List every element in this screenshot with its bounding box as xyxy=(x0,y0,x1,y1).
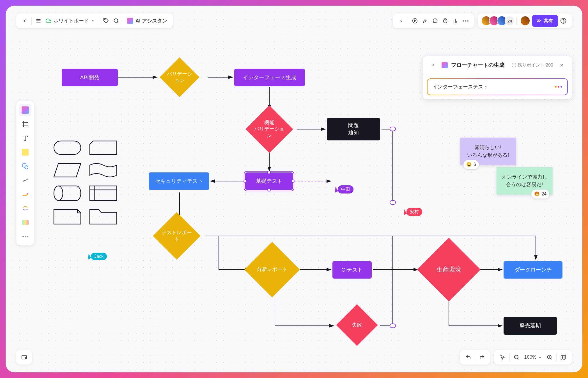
confetti-button[interactable] xyxy=(420,16,430,26)
tool-connector[interactable] xyxy=(19,174,31,186)
avatar-overflow-count: 24 xyxy=(505,16,515,26)
svg-point-21 xyxy=(514,64,514,65)
pen-icon xyxy=(22,191,29,198)
pointer-button[interactable] xyxy=(498,352,508,362)
ai-logo-icon xyxy=(442,62,448,68)
svg-rect-48 xyxy=(23,164,26,167)
shape-card[interactable] xyxy=(89,140,117,155)
ai-back-button[interactable] xyxy=(428,60,438,70)
sticky-note-2-line1: オンラインで協力し xyxy=(501,173,548,181)
card-icon xyxy=(22,220,29,225)
tag-button[interactable] xyxy=(101,16,111,26)
shape-parallelogram[interactable] xyxy=(53,163,81,177)
shape-note[interactable] xyxy=(53,209,81,225)
board-name-dropdown[interactable]: ホワイトボード xyxy=(43,17,97,24)
node-test-report[interactable]: テストレポート xyxy=(153,212,201,260)
node-api-dev[interactable]: API開発 xyxy=(62,69,118,86)
ai-panel-title: フローチャートの生成 xyxy=(451,62,508,69)
laugh-emoji: 😆 xyxy=(466,161,472,168)
shape-wave[interactable] xyxy=(89,163,117,177)
shape-terminator[interactable] xyxy=(53,140,81,155)
node-ci-test[interactable]: CIテスト xyxy=(332,261,372,279)
timer-button[interactable] xyxy=(440,16,450,26)
menu-button[interactable] xyxy=(33,16,43,26)
resize-handle-bottom[interactable] xyxy=(267,188,271,192)
tool-templates[interactable] xyxy=(19,104,31,116)
undo-button[interactable] xyxy=(463,352,473,362)
svg-line-57 xyxy=(551,358,552,359)
tool-pen[interactable] xyxy=(19,188,31,201)
board-name-label: ホワイトボード xyxy=(54,17,89,24)
ai-logo-icon xyxy=(127,18,133,24)
reaction-1-count: 6 xyxy=(474,161,476,168)
tool-more[interactable] xyxy=(19,230,31,243)
shape-internal-storage[interactable] xyxy=(89,185,117,201)
resize-handle-right[interactable] xyxy=(291,179,295,183)
left-toolbar xyxy=(16,101,34,245)
node-prod-env[interactable]: 生産環境 xyxy=(417,238,481,301)
svg-line-32 xyxy=(426,19,426,19)
node-release-delay[interactable]: 発売延期 xyxy=(504,317,557,335)
tool-sticky[interactable] xyxy=(19,146,31,158)
tool-mindmap[interactable] xyxy=(19,202,31,215)
sticky-note-1[interactable]: 素晴らしい! いろんな形がある! 😆 6 xyxy=(460,138,516,165)
more-icon xyxy=(22,236,28,237)
zoom-out-button[interactable] xyxy=(511,352,522,362)
avatar-group[interactable]: 24 xyxy=(481,16,515,26)
back-button[interactable] xyxy=(20,16,30,26)
chevron-down-icon xyxy=(91,19,95,23)
comment-button[interactable] xyxy=(430,16,440,26)
node-failure[interactable]: 失敗 xyxy=(336,304,378,346)
zoom-in-button[interactable] xyxy=(545,352,555,362)
share-button[interactable]: 共有 xyxy=(532,15,558,27)
chevron-left-button[interactable] xyxy=(396,16,406,26)
cursor-nakata: 中田 xyxy=(334,185,353,193)
shape-folder[interactable] xyxy=(89,209,117,225)
node-basic-test[interactable]: 基礎テスト xyxy=(245,172,293,190)
avatar-self[interactable] xyxy=(520,16,530,26)
node-security-test[interactable]: セキュリティテスト xyxy=(149,172,209,190)
minimap-button[interactable] xyxy=(558,352,568,362)
ai-assistant-button[interactable]: AI アシスタン xyxy=(125,17,169,24)
svg-line-29 xyxy=(117,22,118,23)
svg-point-50 xyxy=(27,193,28,194)
play-button[interactable] xyxy=(410,16,420,26)
resize-handle-left[interactable] xyxy=(244,179,247,183)
reaction-1[interactable]: 😆 6 xyxy=(463,160,479,169)
search-button[interactable] xyxy=(111,16,121,26)
ai-prompt-value: インターフェーステスト xyxy=(433,83,488,90)
node-func-validation[interactable]: 機能 バリデーション xyxy=(245,105,293,153)
svg-point-28 xyxy=(114,19,118,22)
svg-point-15 xyxy=(54,186,63,201)
reaction-2[interactable]: 🤩 24 xyxy=(531,190,549,199)
svg-point-27 xyxy=(105,19,105,20)
tool-card[interactable] xyxy=(19,216,31,229)
svg-rect-16 xyxy=(90,186,117,201)
node-interface-gen[interactable]: インターフェース生成 xyxy=(234,69,305,86)
help-button[interactable] xyxy=(558,16,568,26)
node-func-validation-label: 機能 バリデーション xyxy=(252,119,286,139)
ai-prompt-input[interactable]: インターフェーステスト xyxy=(427,78,568,95)
ai-loading-icon xyxy=(555,86,562,88)
ai-close-button[interactable] xyxy=(557,60,567,70)
star-eyes-emoji: 🤩 xyxy=(534,191,540,197)
sticky-icon xyxy=(22,149,29,156)
node-validation[interactable]: バリデーション xyxy=(160,57,199,97)
shape-cylinder[interactable] xyxy=(53,185,81,201)
ai-points-hint: 残りポイント:200 xyxy=(511,62,553,68)
tool-frame[interactable] xyxy=(19,118,31,130)
poll-button[interactable] xyxy=(450,16,460,26)
resize-handle-top[interactable] xyxy=(267,171,271,174)
tool-shape[interactable] xyxy=(19,160,31,172)
node-analysis-report[interactable]: 分析レポート xyxy=(244,242,300,297)
zoom-level-dropdown[interactable]: 100% xyxy=(523,354,543,360)
more-button[interactable] xyxy=(460,16,470,26)
location-button[interactable] xyxy=(20,352,29,362)
redo-button[interactable] xyxy=(477,352,487,362)
node-issue-notify[interactable]: 問題 通知 xyxy=(327,118,380,140)
node-basic-test-label: 基礎テスト xyxy=(256,178,282,185)
sticky-note-2[interactable]: オンラインで協力し 合うのは容易だ! 🤩 24 xyxy=(497,167,553,195)
tool-text[interactable] xyxy=(19,132,31,144)
shape-palette xyxy=(53,140,117,225)
node-dark-launch[interactable]: ダークローンチ xyxy=(504,261,562,279)
